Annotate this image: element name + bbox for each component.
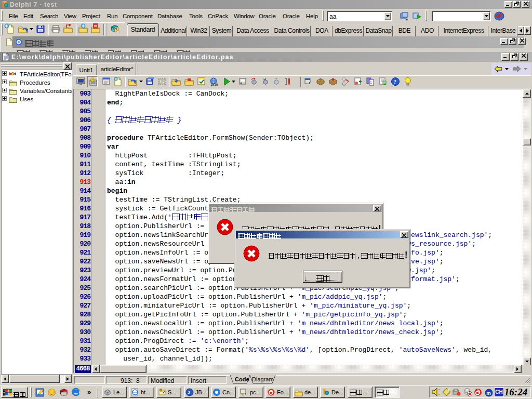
svg-text:Code: Code — [235, 376, 249, 382]
svg-text:1: 1 — [370, 81, 372, 84]
svg-text:10101: 10101 — [210, 83, 218, 86]
svg-text:J: J — [188, 390, 190, 395]
svg-text:?: ? — [394, 78, 397, 85]
svg-text:m: m — [486, 390, 491, 396]
svg-text:Diagram: Diagram — [252, 376, 274, 382]
